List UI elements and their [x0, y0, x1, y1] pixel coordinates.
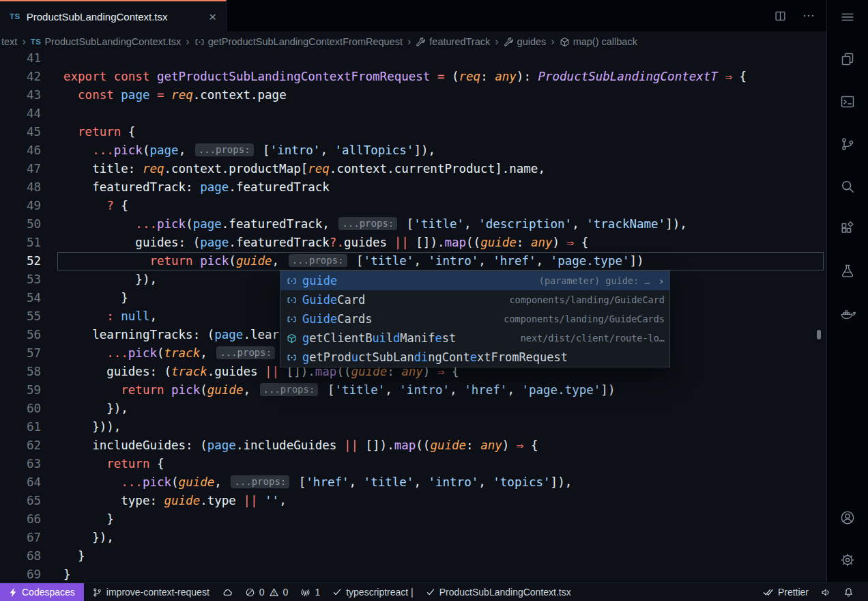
code-line[interactable]: 48 featuredTrack: page.featuredTrack	[0, 178, 826, 197]
line-number[interactable]: 54	[0, 289, 41, 307]
status-item-active-file[interactable]: ProductSubLandingContext.tsx	[420, 583, 577, 601]
code-line[interactable]: 49 ? {	[0, 197, 826, 215]
suggest-item[interactable]: GuideCardcomponents/landing/GuideCard	[280, 290, 669, 309]
code-line[interactable]: 66 }	[0, 510, 826, 529]
status-item-feedback[interactable]	[815, 583, 837, 601]
line-number[interactable]: 46	[0, 141, 41, 160]
code-line[interactable]: 63 return {	[0, 455, 826, 473]
code-line[interactable]: 47 title: req.context.productMap[req.con…	[0, 160, 826, 178]
code-line[interactable]: 43 const page = req.context.page	[0, 86, 826, 104]
activity-extensions-button[interactable]	[827, 208, 868, 250]
code-line[interactable]: 59 return pick(guide, ...props: ['title'…	[0, 381, 826, 400]
line-number[interactable]: 69	[0, 565, 41, 583]
activity-explorer-button[interactable]	[827, 38, 868, 81]
breadcrumb-item[interactable]: getProductSubLandingContextFromRequest	[194, 36, 403, 47]
code-token: ,	[464, 217, 478, 231]
line-number[interactable]: 49	[0, 197, 41, 215]
code-line[interactable]: 45 return {	[0, 123, 826, 141]
status-item-notifications[interactable]	[837, 583, 860, 601]
suggest-item[interactable]: getProductSubLandingContextFromRequest	[280, 348, 669, 367]
more-actions-button[interactable]: ⋯	[802, 8, 815, 23]
line-number[interactable]: 44	[0, 104, 41, 123]
activity-account-button[interactable]	[827, 497, 868, 539]
split-editor-button[interactable]	[775, 10, 786, 22]
activity-source-control-button[interactable]	[827, 123, 868, 165]
line-number[interactable]: 65	[0, 492, 41, 510]
line-number[interactable]: 62	[0, 436, 41, 455]
code-line[interactable]: 62 includeGuides: (page.includeGuides ||…	[0, 436, 826, 455]
line-number[interactable]: 64	[0, 473, 41, 492]
breadcrumb-item[interactable]: featuredTrack	[416, 36, 490, 47]
line-number[interactable]: 55	[0, 307, 41, 326]
line-number[interactable]: 60	[0, 400, 41, 418]
line-number[interactable]: 47	[0, 160, 41, 178]
line-number[interactable]: 56	[0, 326, 41, 344]
code-token: ,	[272, 254, 287, 268]
status-item-prettier[interactable]: Prettier	[757, 583, 815, 601]
activity-search-button[interactable]	[827, 165, 868, 208]
code-line[interactable]: 64 ...pick(guide, ...props: ['href', 'ti…	[0, 473, 826, 492]
gear-icon	[839, 552, 856, 568]
code-line[interactable]: 69}	[0, 565, 826, 583]
status-item-ports[interactable]: 1	[294, 583, 326, 601]
suggest-item[interactable]: getClientBuildManifestnext/dist/client/r…	[280, 329, 669, 348]
code-token	[106, 70, 114, 83]
status-item-problems[interactable]: 00	[239, 583, 295, 601]
code-token: :	[106, 309, 114, 323]
suggest-item[interactable]: GuideCardscomponents/landing/GuideCards	[280, 309, 669, 329]
line-number[interactable]: 53	[0, 270, 41, 289]
line-number[interactable]: 43	[0, 86, 41, 104]
breadcrumb-item[interactable]: guides	[504, 36, 547, 47]
code-token: (	[200, 383, 207, 397]
line-number[interactable]: 61	[0, 418, 41, 436]
code-line[interactable]: 50 ...pick(page.featuredTrack, ...props:…	[0, 215, 826, 234]
line-number[interactable]: 52	[0, 252, 41, 270]
tab-close-button[interactable]: ×	[209, 10, 216, 23]
cube-icon	[285, 333, 298, 344]
code-line[interactable]: 51 guides: (page.featuredTrack?.guides |…	[0, 234, 826, 252]
code-line[interactable]: 52 return pick(guide, ...props: ['title'…	[0, 252, 826, 270]
code-line[interactable]: 41	[0, 52, 826, 68]
line-number[interactable]: 42	[0, 68, 41, 86]
line-number[interactable]: 67	[0, 529, 41, 547]
code-token: pick	[128, 346, 157, 360]
breadcrumb-item[interactable]: map() callback	[560, 36, 637, 47]
line-number[interactable]: 41	[0, 52, 41, 68]
activity-terminal-button[interactable]	[827, 81, 868, 123]
line-number[interactable]: 63	[0, 455, 41, 473]
typescript-icon: TS	[31, 38, 42, 46]
source-control-icon	[839, 136, 856, 152]
code-text: ...pick(track, ...props:	[63, 344, 277, 363]
code-line[interactable]: 65 type: guide.type || '',	[0, 492, 826, 510]
line-number[interactable]: 48	[0, 178, 41, 197]
code-line[interactable]: 46 ...pick(page, ...props: ['intro', 'al…	[0, 141, 826, 160]
line-number[interactable]: 45	[0, 123, 41, 141]
code-line[interactable]: 44	[0, 104, 826, 123]
code-line[interactable]: 61 })),	[0, 418, 826, 436]
breadcrumb-item[interactable]: text	[1, 36, 17, 47]
scrollbar-thumb[interactable]	[817, 330, 821, 339]
activity-testing-button[interactable]	[827, 250, 868, 292]
status-item-codespaces[interactable]: Codespaces	[0, 583, 84, 601]
breadcrumb-item[interactable]: TSProductSubLandingContext.tsx	[31, 36, 182, 47]
line-number[interactable]: 57	[0, 344, 41, 363]
activity-settings-button[interactable]	[827, 539, 868, 581]
code-line[interactable]: 60 }),	[0, 400, 826, 418]
line-number[interactable]: 58	[0, 363, 41, 381]
line-number[interactable]: 66	[0, 510, 41, 529]
code-line[interactable]: 68 }	[0, 547, 826, 565]
line-number[interactable]: 59	[0, 381, 41, 400]
editor-tab[interactable]: TS ProductSubLandingContext.tsx ×	[0, 0, 227, 31]
status-item-branch[interactable]: improve-context-request	[86, 583, 216, 601]
status-item-language[interactable]: typescriptreact |	[326, 583, 420, 601]
code-line[interactable]: 42export const getProductSubLandingConte…	[0, 68, 826, 86]
line-number[interactable]: 51	[0, 234, 41, 252]
suggest-item[interactable]: guide(parameter) guide: …›	[280, 271, 669, 290]
activity-menu-button[interactable]	[840, 0, 855, 34]
line-number[interactable]: 68	[0, 547, 41, 565]
status-item-sync[interactable]	[216, 583, 239, 601]
code-line[interactable]: 67 }),	[0, 529, 826, 547]
line-number[interactable]: 50	[0, 215, 41, 234]
activity-docker-button[interactable]	[827, 292, 868, 335]
code-token: 'href'	[464, 383, 507, 397]
